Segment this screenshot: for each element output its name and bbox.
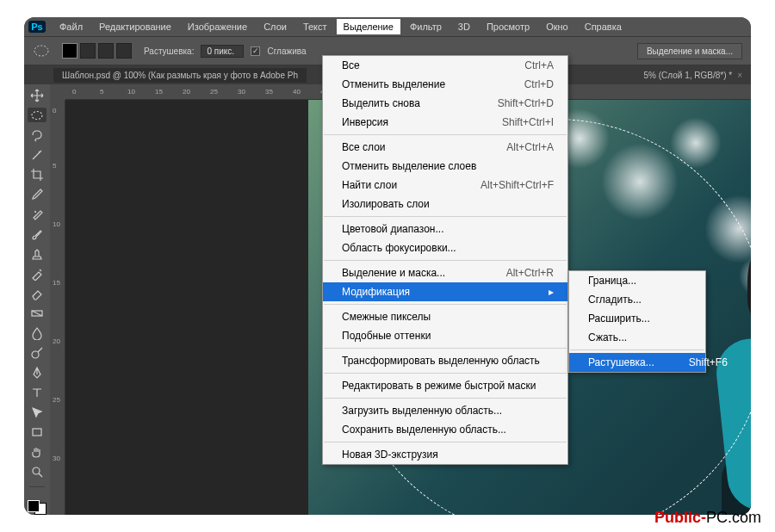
- menu-layers[interactable]: Слои: [257, 19, 294, 34]
- photoshop-window: Ps Файл Редактирование Изображение Слои …: [24, 17, 751, 515]
- eraser-tool[interactable]: [28, 286, 46, 300]
- svg-point-1: [32, 111, 42, 119]
- menu-item-similar[interactable]: Подобные оттенки: [323, 326, 567, 345]
- menu-3d[interactable]: 3D: [451, 19, 477, 34]
- crop-tool[interactable]: [28, 167, 46, 182]
- svg-point-3: [32, 351, 39, 358]
- marquee-tool[interactable]: [28, 108, 46, 122]
- svg-point-0: [34, 46, 48, 56]
- gradient-tool[interactable]: [28, 306, 46, 320]
- menu-item-all[interactable]: ВсеCtrl+A: [323, 56, 567, 75]
- hand-tool[interactable]: [28, 444, 46, 459]
- magic-wand-tool[interactable]: [28, 147, 46, 162]
- submenu-item-feather[interactable]: Растушевка...Shift+F6: [569, 353, 705, 372]
- menu-window[interactable]: Окно: [539, 19, 575, 34]
- type-tool[interactable]: [28, 385, 46, 399]
- feather-label: Растушевка:: [144, 46, 194, 56]
- pen-tool[interactable]: [28, 365, 46, 380]
- menu-item-inverse[interactable]: ИнверсияShift+Ctrl+I: [323, 113, 567, 132]
- modify-submenu: Граница... Сгладить... Расширить... Сжат…: [568, 270, 706, 373]
- menu-item-select-mask[interactable]: Выделение и маска...Alt+Ctrl+R: [323, 263, 567, 282]
- menu-edit[interactable]: Редактирование: [92, 19, 178, 34]
- menu-item-deselect-layers[interactable]: Отменить выделение слоев: [323, 157, 567, 176]
- antialias-checkbox[interactable]: [251, 46, 260, 56]
- menu-item-isolate-layers[interactable]: Изолировать слои: [323, 195, 567, 213]
- close-icon[interactable]: ×: [737, 71, 742, 80]
- menu-item-save-selection[interactable]: Сохранить выделенную область...: [323, 420, 567, 439]
- main-menubar: Ps Файл Редактирование Изображение Слои …: [24, 17, 751, 36]
- menu-filter[interactable]: Фильтр: [403, 19, 449, 34]
- menu-item-reselect[interactable]: Выделить сноваShift+Ctrl+D: [323, 94, 567, 113]
- selection-mode-group: [62, 43, 132, 59]
- vertical-ruler: 0 5 10 15 20 25 30: [50, 100, 65, 515]
- menu-item-deselect[interactable]: Отменить выделениеCtrl+D: [323, 75, 567, 94]
- foreground-background-swatch[interactable]: [28, 500, 46, 515]
- path-selection-tool[interactable]: [28, 405, 46, 419]
- menu-item-transform-selection[interactable]: Трансформировать выделенную область: [323, 351, 567, 370]
- selection-mode-subtract[interactable]: [98, 43, 114, 59]
- submenu-item-smooth[interactable]: Сгладить...: [569, 290, 705, 309]
- menu-item-all-layers[interactable]: Все слоиAlt+Ctrl+A: [323, 138, 567, 157]
- selection-mode-intersect[interactable]: [116, 43, 132, 59]
- rectangle-tool[interactable]: [28, 424, 46, 439]
- menu-help[interactable]: Справка: [578, 19, 629, 34]
- move-tool[interactable]: [28, 88, 46, 102]
- history-brush-tool[interactable]: [28, 266, 46, 281]
- feather-input[interactable]: 0 пикс.: [201, 45, 244, 58]
- blur-tool[interactable]: [28, 325, 46, 340]
- lasso-tool[interactable]: [28, 127, 46, 142]
- select-and-mask-button[interactable]: Выделение и маска...: [637, 43, 742, 59]
- submenu-item-contract[interactable]: Сжать...: [569, 328, 705, 347]
- menu-file[interactable]: Файл: [53, 19, 90, 34]
- ruler-corner: [50, 84, 65, 100]
- antialias-label: Сглажива: [267, 46, 306, 56]
- zoom-tool[interactable]: [28, 464, 46, 479]
- eyedropper-tool[interactable]: [28, 187, 46, 201]
- watermark: Public-PC.com: [654, 509, 761, 527]
- menu-item-grow[interactable]: Смежные пикселы: [323, 307, 567, 326]
- svg-rect-4: [33, 429, 41, 436]
- menu-item-load-selection[interactable]: Загрузить выделенную область...: [323, 401, 567, 420]
- selection-mode-new[interactable]: [62, 43, 78, 59]
- brush-tool[interactable]: [28, 226, 46, 241]
- submenu-item-border[interactable]: Граница...: [569, 271, 705, 290]
- select-menu-dropdown: ВсеCtrl+A Отменить выделениеCtrl+D Выдел…: [322, 55, 568, 465]
- healing-brush-tool[interactable]: [28, 207, 46, 221]
- ellipse-marquee-icon[interactable]: [33, 42, 50, 59]
- selection-mode-add[interactable]: [80, 43, 96, 59]
- submenu-arrow-icon: ▸: [549, 286, 554, 298]
- menu-item-find-layers[interactable]: Найти слоиAlt+Shift+Ctrl+F: [323, 176, 567, 195]
- menu-item-quick-mask[interactable]: Редактировать в режиме быстрой маски: [323, 376, 567, 395]
- dodge-tool[interactable]: [28, 345, 46, 360]
- app-logo: Ps: [29, 19, 45, 34]
- menu-image[interactable]: Изображение: [181, 19, 254, 34]
- menu-text[interactable]: Текст: [296, 19, 334, 34]
- menu-item-modify[interactable]: Модификация▸: [323, 282, 567, 301]
- menu-item-focus-area[interactable]: Область фокусировки...: [323, 238, 567, 257]
- menu-item-color-range[interactable]: Цветовой диапазон...: [323, 220, 567, 238]
- clone-stamp-tool[interactable]: [28, 246, 46, 261]
- document-tab-2[interactable]: 5% (Слой 1, RGB/8*) *×: [635, 68, 751, 83]
- menu-view[interactable]: Просмотр: [480, 19, 536, 34]
- submenu-item-expand[interactable]: Расширить...: [569, 309, 705, 328]
- menu-item-3d-extrusion[interactable]: Новая 3D-экструзия: [323, 445, 567, 464]
- menu-select[interactable]: Выделение: [337, 19, 400, 34]
- tools-panel: [24, 84, 50, 515]
- document-tab-1[interactable]: Шаблон.psd @ 100% (Как размыть края у фо…: [53, 68, 307, 83]
- svg-point-5: [33, 467, 40, 474]
